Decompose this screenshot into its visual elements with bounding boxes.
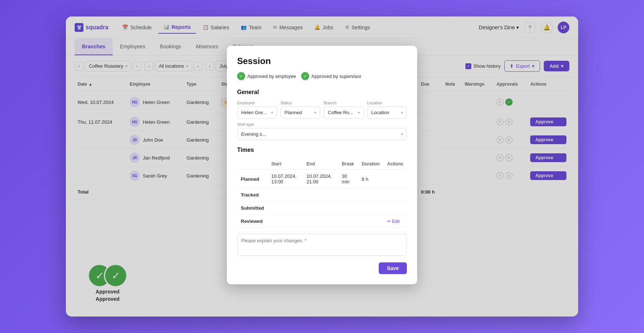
edit-link[interactable]: ✏ Edit bbox=[387, 219, 403, 224]
employee-approval-label: Approved by employee bbox=[247, 74, 296, 79]
shift-type-chevron-icon: ▾ bbox=[401, 132, 403, 136]
modal-overlay[interactable]: Session ✓ Approved by employee ✓ Approve… bbox=[66, 16, 578, 317]
shift-type-selector[interactable]: Evening s... ▾ bbox=[237, 128, 407, 140]
approval-badges: ✓ Approved by employee ✓ Approved by sup… bbox=[237, 72, 407, 80]
times-section: Times Start End Break Duration Actions bbox=[237, 147, 407, 228]
times-end-reviewed bbox=[303, 215, 338, 228]
location-field: Location Location ▾ bbox=[367, 101, 407, 119]
times-actions-tracked bbox=[383, 188, 407, 202]
location-field-label: Location bbox=[367, 101, 407, 105]
times-duration-reviewed bbox=[358, 215, 383, 228]
explanation-textarea[interactable] bbox=[237, 234, 407, 256]
modal-title: Session bbox=[237, 56, 407, 66]
times-col-actions: Actions bbox=[383, 158, 407, 170]
times-label-submitted: Submitted bbox=[237, 202, 268, 215]
times-table: Start End Break Duration Actions Planned… bbox=[237, 158, 407, 228]
times-start-planned: 10.07.2024, 13:00 bbox=[268, 170, 303, 188]
branch-selector-modal[interactable]: Coffee Ro... ▾ bbox=[324, 106, 364, 119]
times-start-reviewed bbox=[268, 215, 303, 228]
times-col-start: Start bbox=[268, 158, 303, 170]
location-chevron-icon-modal: ▾ bbox=[401, 111, 403, 115]
times-section-title: Times bbox=[237, 147, 407, 153]
status-field-label: Status bbox=[281, 101, 321, 105]
branch-chevron-icon-modal: ▾ bbox=[358, 111, 360, 115]
employee-field: Employee Helen Gre... ▾ bbox=[237, 101, 277, 119]
modal-footer: Save bbox=[237, 262, 407, 274]
times-break-tracked bbox=[338, 188, 358, 202]
times-label-tracked: Tracked bbox=[237, 188, 268, 202]
general-section-title: General bbox=[237, 89, 407, 96]
times-actions-planned bbox=[383, 170, 407, 188]
times-actions-submitted bbox=[383, 202, 407, 215]
times-col-label bbox=[237, 158, 268, 170]
employee-chevron-icon: ▾ bbox=[271, 111, 273, 115]
supervisor-approval-icon: ✓ bbox=[301, 72, 309, 80]
times-start-tracked bbox=[268, 188, 303, 202]
times-start-submitted bbox=[268, 202, 303, 215]
times-row-tracked: Tracked bbox=[237, 188, 407, 202]
status-field: Status Planned ▾ bbox=[281, 101, 321, 119]
times-table-body: Planned 10.07.2024, 13:00 10.07.2024, 21… bbox=[237, 170, 407, 228]
form-row-fields: Employee Helen Gre... ▾ Status Planned ▾… bbox=[237, 101, 407, 140]
shift-type-label: Shift type bbox=[237, 122, 407, 127]
supervisor-approval-label: Approved by supervisor bbox=[311, 74, 362, 79]
times-col-break: Break bbox=[338, 158, 358, 170]
supervisor-approval-badge: ✓ Approved by supervisor bbox=[301, 72, 362, 80]
status-chevron-icon: ▾ bbox=[314, 111, 316, 115]
location-selector-modal[interactable]: Location ▾ bbox=[367, 106, 407, 119]
employee-select-value: Helen Gre... bbox=[241, 110, 267, 115]
employee-field-label: Employee bbox=[237, 101, 277, 105]
app-window: 👕 squadra 📅 Schedule 📊 Reports 📋 Salarie… bbox=[66, 16, 578, 317]
employee-approval-badge: ✓ Approved by employee bbox=[237, 72, 296, 80]
times-break-reviewed bbox=[338, 215, 358, 228]
times-col-duration: Duration bbox=[358, 158, 383, 170]
branch-field: Branch Coffee Ro... ▾ bbox=[324, 101, 364, 119]
times-label-planned: Planned bbox=[237, 170, 268, 188]
status-selector[interactable]: Planned ▾ bbox=[281, 106, 321, 119]
times-label-reviewed: Reviewed bbox=[237, 215, 268, 228]
shift-type-field: Shift type Evening s... ▾ bbox=[237, 122, 407, 140]
times-actions-reviewed[interactable]: ✏ Edit bbox=[383, 215, 407, 228]
shift-type-value: Evening s... bbox=[241, 131, 266, 137]
location-select-value: Location bbox=[371, 110, 389, 115]
employee-approval-icon: ✓ bbox=[237, 72, 245, 80]
times-duration-planned: 8 h bbox=[358, 170, 383, 188]
status-select-value: Planned bbox=[285, 110, 302, 115]
times-col-end: End bbox=[303, 158, 338, 170]
times-row-planned: Planned 10.07.2024, 13:00 10.07.2024, 21… bbox=[237, 170, 407, 188]
times-break-submitted bbox=[338, 202, 358, 215]
times-duration-submitted bbox=[358, 202, 383, 215]
session-modal: Session ✓ Approved by employee ✓ Approve… bbox=[227, 46, 417, 284]
times-end-submitted bbox=[303, 202, 338, 215]
times-break-planned: 30 min bbox=[338, 170, 358, 188]
times-end-planned: 10.07.2024, 21:00 bbox=[303, 170, 338, 188]
times-row-submitted: Submitted bbox=[237, 202, 407, 215]
times-end-tracked bbox=[303, 188, 338, 202]
times-row-reviewed: Reviewed ✏ Edit bbox=[237, 215, 407, 228]
employee-selector[interactable]: Helen Gre... ▾ bbox=[237, 106, 277, 119]
times-table-header: Start End Break Duration Actions bbox=[237, 158, 407, 170]
times-duration-tracked bbox=[358, 188, 383, 202]
save-button[interactable]: Save bbox=[379, 262, 407, 274]
branch-select-value: Coffee Ro... bbox=[328, 110, 353, 115]
branch-field-label: Branch bbox=[324, 101, 364, 105]
